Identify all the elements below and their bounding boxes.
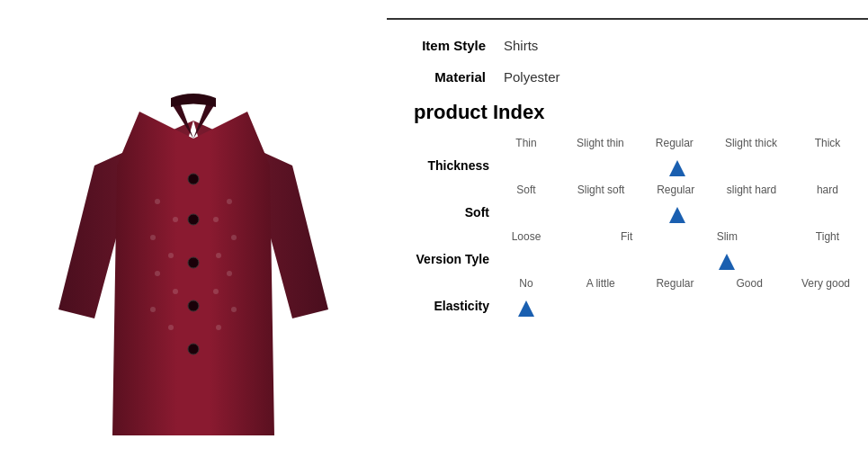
scale-option-label: No [504,277,549,290]
index-row-label: Soft [414,205,504,223]
svg-point-8 [168,253,174,258]
arrow-indicator [518,300,534,317]
scale-option-label: Tight [805,230,850,243]
svg-point-4 [188,344,199,354]
scale-option-label: Loose [504,230,549,243]
scale-container: LooseFitSlimTight [504,230,850,270]
scale-option-label: Regular [653,184,698,196]
scale-option-label: Thick [805,137,850,149]
scale-tick [655,151,700,176]
scale-option-label: Slight soft [577,184,625,196]
scale-tick [729,198,774,223]
scale-option-label: Slim [704,230,749,243]
scale-option-label: Regular [652,137,697,149]
svg-point-12 [168,325,174,330]
scale-container: ThinSlight thinRegularSlight thickThick [504,137,850,176]
scale-option-label: A little [578,277,623,290]
shirt-image [40,22,346,453]
svg-point-10 [173,289,178,294]
svg-point-2 [188,257,199,268]
scale-option-label: Regular [652,277,697,290]
scale-arrow-row [504,198,850,223]
svg-point-11 [150,307,156,312]
scale-tick [504,198,549,223]
index-row: Version TyleLooseFitSlimTight [414,230,850,270]
scale-tick [504,291,549,317]
scale-tick [579,291,624,317]
index-row-label: Elasticity [414,299,504,317]
svg-point-7 [150,235,156,240]
scale-option-label: Very good [801,277,850,290]
scale-arrow-row [504,291,850,317]
svg-point-18 [213,289,219,294]
scale-tick [655,291,700,317]
scale-option-label: Slight thin [577,137,624,149]
attribute-value: Shirts [504,38,538,53]
svg-point-17 [227,271,232,276]
scale-tick [655,198,700,223]
scale-labels: LooseFitSlimTight [504,230,850,243]
scale-tick [504,245,549,270]
scale-option-label: Soft [504,184,549,196]
scale-arrow-row [504,151,850,176]
scale-tick [805,291,850,317]
right-panel: Item Style Shirts Material Polyester pro… [387,18,868,475]
svg-point-20 [216,325,221,330]
arrow-indicator [669,207,685,223]
arrow-indicator [669,160,685,176]
index-row: ElasticityNoA littleRegularGoodVery good [414,277,850,317]
svg-point-0 [188,174,199,184]
attribute-label: Item Style [414,38,486,53]
scale-option-label: Thin [504,137,549,149]
svg-point-14 [213,217,219,222]
svg-point-16 [216,253,221,258]
scale-tick [805,151,850,176]
scale-tick [805,198,850,223]
svg-point-15 [231,235,237,240]
scale-tick [805,245,850,270]
index-row-label: Thickness [414,158,504,176]
svg-point-6 [173,217,178,222]
scale-tick [579,198,624,223]
index-row: ThicknessThinSlight thinRegularSlight th… [414,137,850,176]
section-title: product Index [414,101,850,124]
scale-arrow-row [504,245,850,270]
scale-labels: SoftSlight softRegularslight hardhard [504,184,850,196]
svg-point-5 [155,199,160,204]
scale-option-label: Slight thick [725,137,777,149]
scale-tick [729,151,774,176]
scale-option-label: slight hard [727,184,776,196]
scale-labels: ThinSlight thinRegularSlight thickThick [504,137,850,149]
index-row-label: Version Tyle [414,252,504,270]
svg-point-19 [231,307,237,312]
scale-labels: NoA littleRegularGoodVery good [504,277,850,290]
scale-container: SoftSlight softRegularslight hardhard [504,184,850,223]
scale-option-label: Fit [604,230,649,243]
svg-point-3 [188,300,199,311]
attribute-label: Material [414,69,486,85]
scale-tick [604,245,649,270]
left-panel [0,0,387,475]
svg-point-9 [155,271,160,276]
scale-option-label: hard [805,184,850,196]
svg-point-1 [188,214,199,225]
svg-point-13 [227,199,232,204]
scale-tick [729,291,774,317]
attribute-row: Item Style Shirts [414,38,850,53]
attributes-section: Item Style Shirts Material Polyester [414,38,850,85]
attribute-row: Material Polyester [414,69,850,85]
arrow-indicator [719,254,735,270]
scale-tick [704,245,749,270]
attribute-value: Polyester [504,69,560,85]
index-row: SoftSoftSlight softRegularslight hardhar… [414,184,850,223]
scale-tick [504,151,549,176]
scale-container: NoA littleRegularGoodVery good [504,277,850,317]
scale-option-label: Good [727,277,772,290]
index-section: ThicknessThinSlight thinRegularSlight th… [414,137,850,317]
scale-tick [579,151,624,176]
